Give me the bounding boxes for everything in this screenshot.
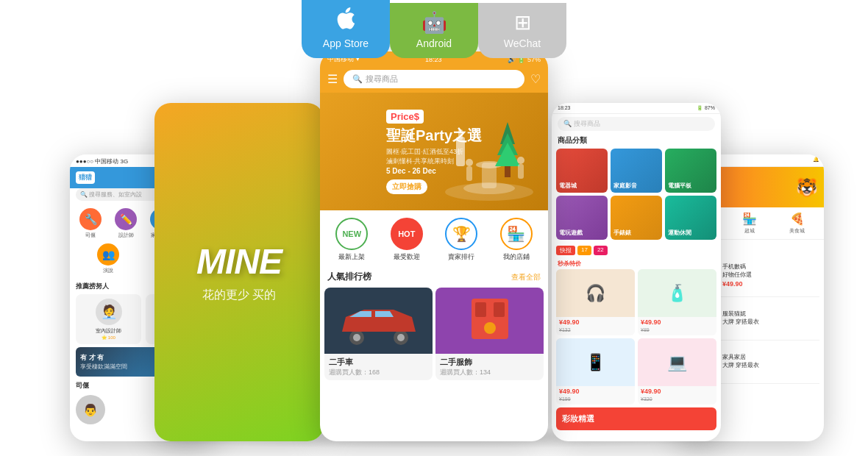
cr-photo-banner: 彩妝精選 bbox=[556, 407, 716, 430]
svg-point-17 bbox=[397, 334, 405, 341]
product-image bbox=[324, 288, 433, 354]
cr-categories: 電器城 家庭影音 電腦平板 電玩遊戲 手錶錶 運動休閒 bbox=[552, 149, 721, 243]
brand-subtitle: 花的更少 买的 bbox=[202, 288, 276, 303]
svg-point-15 bbox=[353, 334, 360, 341]
center-nav-bar: ☰ 🔍 搜尋商品 ♡ bbox=[320, 65, 548, 93]
wechat-icon: ⊞ bbox=[514, 10, 531, 35]
banner-dates: 5 Dec - 26 Dec bbox=[386, 167, 482, 175]
product-info: 二手服飾 週購買人數：134 bbox=[435, 354, 544, 380]
cat-hot[interactable]: HOT 最受歡迎 bbox=[391, 218, 423, 262]
cat-item: ✏️ 設計師 bbox=[110, 208, 142, 239]
center-categories: NEW 最新上架 HOT 最受歡迎 🏆 賣家排行 🏪 我的店鋪 bbox=[320, 210, 548, 266]
fashion-svg bbox=[446, 295, 534, 346]
svg-rect-7 bbox=[505, 166, 511, 177]
price-tag: Price$ bbox=[386, 110, 424, 124]
svg-point-21 bbox=[484, 322, 496, 334]
product-info: 二手車 週購買人數：168 bbox=[324, 354, 433, 380]
banner-text: Price$ 聖誕Party之選 圖框·庇工囯·紅酒低至43折滷刺懂枓·共享統果… bbox=[376, 102, 492, 202]
center-search[interactable]: 🔍 搜尋商品 bbox=[344, 70, 524, 88]
green-brand-content: MINE 花的更少 买的 bbox=[154, 103, 324, 441]
cat-item-home[interactable]: 家庭影音 bbox=[611, 149, 662, 193]
tab-android[interactable]: 🤖 Android bbox=[390, 3, 478, 58]
cr-badges: 快报 17 22 bbox=[552, 243, 721, 258]
product-card-fashion[interactable]: 二手服飾 週購買人數：134 bbox=[435, 288, 544, 380]
sc-item[interactable]: 🍕 美食城 bbox=[789, 212, 805, 235]
cat-item-gaming[interactable]: 電玩遊戲 bbox=[556, 196, 608, 240]
tab-wechat[interactable]: ⊞ WeChat bbox=[478, 3, 566, 58]
tab-appstore[interactable]: App Store bbox=[302, 0, 390, 58]
left-logo: 猎猎 bbox=[76, 171, 95, 184]
car-svg bbox=[335, 295, 423, 346]
prod-card-lotion[interactable]: 🧴 ¥49.90 ¥89 bbox=[638, 269, 716, 335]
prod-card-tablet[interactable]: 💻 ¥49.90 ¥320 bbox=[638, 338, 716, 405]
brand-title: MINE bbox=[196, 241, 282, 282]
cr-promo-title: 秒杀特价 bbox=[552, 258, 721, 269]
prod-card-headphones[interactable]: 🎧 ¥49.90 ¥132 bbox=[556, 269, 635, 335]
banner-title: 聖誕Party之選 bbox=[386, 127, 482, 144]
svg-point-12 bbox=[517, 157, 524, 164]
sc-item[interactable]: 🏪 超城 bbox=[742, 212, 757, 235]
product-grid: 二手車 週購買人數：168 二手服飾 週購買人數：134 bbox=[320, 288, 548, 385]
prod-card-phone[interactable]: 📱 ¥49.90 ¥199 bbox=[556, 338, 635, 405]
cat-item: 👥 演說 bbox=[92, 243, 124, 274]
avatar: 🧑‍💼 bbox=[96, 299, 122, 325]
apple-icon bbox=[335, 7, 356, 35]
tab-appstore-label: App Store bbox=[323, 38, 369, 49]
cat-item-watch[interactable]: 手錶錶 bbox=[611, 196, 662, 240]
tab-wechat-label: WeChat bbox=[504, 38, 541, 49]
cat-rank[interactable]: 🏆 賣家排行 bbox=[445, 218, 477, 262]
android-icon: 🤖 bbox=[421, 10, 447, 35]
cat-item: 🔧 司偃 bbox=[74, 208, 107, 239]
center-banner: Price$ 聖誕Party之選 圖框·庇工囯·紅酒低至43折滷刺懂枓·共享統果… bbox=[320, 93, 548, 210]
menu-icon[interactable]: ☰ bbox=[327, 72, 338, 86]
svg-rect-19 bbox=[475, 302, 486, 317]
banner-subtitle: 圖框·庇工囯·紅酒低至43折滷刺懂枓·共享統果時刻 bbox=[386, 147, 482, 167]
cat-item-electronics[interactable]: 電器城 bbox=[556, 149, 608, 193]
freelancer-card: 🧑‍💼 室內設計師 ⭐ 100 bbox=[76, 294, 141, 344]
platform-tabs: App Store 🤖 Android ⊞ WeChat bbox=[302, 0, 566, 58]
phone-center-left: MINE 花的更少 买的 bbox=[154, 103, 324, 441]
cat-item-sports[interactable]: 運動休閒 bbox=[665, 196, 716, 240]
phones-container: ●●●○○ 中国移动 3G 17:55 猎猎 🔔 🔍 搜尋服務、如室內設 🔧 司… bbox=[0, 59, 868, 456]
tab-android-label: Android bbox=[416, 38, 452, 49]
cat-store[interactable]: 🏪 我的店鋪 bbox=[500, 218, 533, 262]
ranking-header: 人氣排行榜 查看全部 bbox=[320, 266, 548, 288]
cat-new[interactable]: NEW 最新上架 bbox=[335, 218, 368, 262]
phone-center-right: 18:23 🔋 87% 🔍 搜尋商品 商品分類 電器城 家庭影音 電腦平板 電玩… bbox=[552, 103, 721, 441]
cr-search[interactable]: 🔍 搜尋商品 bbox=[558, 117, 715, 131]
cat-item-pc[interactable]: 電腦平板 bbox=[665, 149, 716, 193]
phone-center: 中国移动 ▾ 18:23 🔊 🔋 57% ☰ 🔍 搜尋商品 ♡ Price$ 聖… bbox=[320, 51, 548, 441]
cr-category-title: 商品分類 bbox=[552, 134, 721, 149]
heart-icon[interactable]: ♡ bbox=[530, 72, 541, 86]
svg-rect-13 bbox=[518, 164, 524, 179]
cr-products: 🎧 ¥49.90 ¥132 🧴 ¥49.90 ¥89 📱 ¥49.90 ¥199… bbox=[552, 269, 721, 407]
product-image bbox=[435, 288, 544, 354]
cr-status-bar: 18:23 🔋 87% bbox=[552, 103, 721, 114]
product-card-car[interactable]: 二手車 週購買人數：168 bbox=[324, 288, 433, 380]
svg-rect-20 bbox=[494, 302, 505, 317]
cta-button[interactable]: 立即搶購 bbox=[386, 179, 427, 194]
